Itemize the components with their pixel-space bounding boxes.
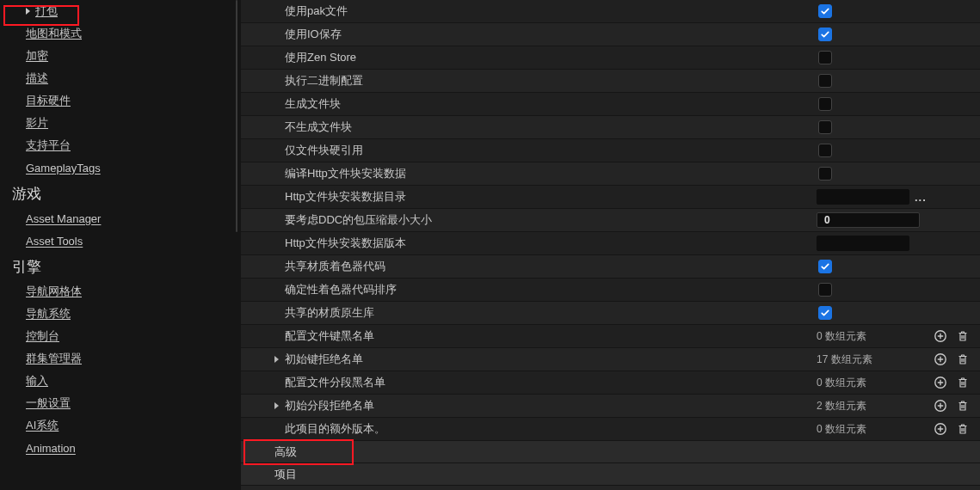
sidebar-item[interactable]: Asset Tools <box>0 230 241 252</box>
settings-row: 仅文件块硬引用 <box>241 139 980 162</box>
sidebar-item[interactable]: 加密 <box>0 45 241 67</box>
sidebar-item[interactable]: 输入 <box>0 370 241 392</box>
sidebar-scrollbar-thumb[interactable] <box>236 0 237 232</box>
checkbox[interactable] <box>818 144 832 157</box>
settings-row-control: 17 数组元素 <box>817 352 970 367</box>
settings-row-control: 0 数组元素 <box>817 329 970 344</box>
sidebar-item-label: 描述 <box>26 70 48 86</box>
checkbox[interactable] <box>818 97 832 111</box>
settings-row: Http文件块安装数据目录... <box>241 186 980 209</box>
sidebar-item[interactable]: GameplayTags <box>0 156 241 179</box>
settings-row-control <box>817 260 970 273</box>
expand-arrow-icon[interactable] <box>271 356 281 363</box>
browse-button[interactable]: ... <box>915 191 927 204</box>
settings-row-control <box>817 144 970 157</box>
settings-row-control <box>817 74 970 88</box>
checkbox[interactable] <box>818 74 832 88</box>
checkbox[interactable] <box>818 260 832 273</box>
add-element-icon[interactable] <box>934 352 947 366</box>
sidebar-item-label: AI系统 <box>26 418 59 433</box>
settings-row-label: 执行二进制配置 <box>285 73 363 89</box>
clear-array-icon[interactable] <box>956 352 970 366</box>
settings-row-control <box>817 236 970 251</box>
checkbox[interactable] <box>818 283 832 297</box>
sidebar-item-label: Animation <box>26 442 76 455</box>
settings-row-label: 初始分段拒绝名单 <box>285 398 374 413</box>
sidebar-item[interactable]: 地图和模式 <box>0 22 241 45</box>
settings-row: 要考虑DDC的包压缩最小大小0 <box>241 209 980 232</box>
settings-row-label: Http文件块安装数据版本 <box>285 236 406 251</box>
settings-row: 初始键拒绝名单17 数组元素 <box>241 348 980 371</box>
checkbox[interactable] <box>818 28 832 41</box>
clear-array-icon[interactable] <box>956 376 970 389</box>
sidebar-item[interactable]: 一般设置 <box>0 392 241 414</box>
sidebar-item-label: 输入 <box>26 373 48 389</box>
sidebar-item-label: 控制台 <box>26 328 59 344</box>
settings-row: 编译Http文件块安装数据 <box>241 162 980 186</box>
sidebar-item-label: 群集管理器 <box>26 351 82 366</box>
settings-row-control: 0 数组元素 <box>817 376 970 390</box>
settings-row-control <box>817 167 970 181</box>
settings-row: 配置文件分段黑名单0 数组元素 <box>241 371 980 395</box>
settings-row: 使用pak文件 <box>241 0 980 23</box>
sidebar-item[interactable]: 导航网格体 <box>0 280 241 303</box>
settings-row-label: 使用Zen Store <box>285 50 356 65</box>
add-element-icon[interactable] <box>934 329 947 343</box>
sidebar-item[interactable]: 打包 <box>0 0 241 22</box>
settings-row-label: 配置文件分段黑名单 <box>285 375 385 390</box>
sidebar-category: 引擎 <box>0 252 241 280</box>
checkbox[interactable] <box>818 51 832 64</box>
sidebar-item[interactable]: Asset Manager <box>0 207 241 230</box>
expand-arrow-icon <box>26 8 30 15</box>
sidebar-item[interactable]: 影片 <box>0 112 241 134</box>
settings-row-control: ... <box>817 189 970 205</box>
sidebar-item-label: 导航系统 <box>26 306 71 322</box>
sidebar-item[interactable]: 导航系统 <box>0 303 241 325</box>
settings-row: Http文件块安装数据版本 <box>241 232 980 255</box>
settings-row-label: Http文件块安装数据目录 <box>285 189 406 205</box>
settings-row-label: 使用pak文件 <box>285 3 348 19</box>
sidebar-item[interactable]: Animation <box>0 437 241 459</box>
settings-row-label: 仅文件块硬引用 <box>285 143 363 158</box>
sidebar-item-label: 打包 <box>35 3 58 19</box>
settings-row: 使用IO保存 <box>241 23 980 46</box>
checkbox[interactable] <box>818 306 832 320</box>
settings-row-label: 要考虑DDC的包压缩最小大小 <box>285 212 432 228</box>
settings-row: 使用Zen Store <box>241 46 980 70</box>
sidebar-item[interactable]: 支持平台 <box>0 134 241 156</box>
settings-row-control <box>817 4 970 18</box>
sidebar: 打包地图和模式加密描述目标硬件影片支持平台GameplayTags游戏Asset… <box>0 0 241 490</box>
section-header[interactable]: 项目 <box>241 463 980 486</box>
sidebar-item[interactable]: AI系统 <box>0 414 241 437</box>
clear-array-icon[interactable] <box>956 399 970 413</box>
section-header[interactable]: 高级 <box>241 441 980 463</box>
add-element-icon[interactable] <box>934 399 947 413</box>
sidebar-item-label: 地图和模式 <box>26 26 82 41</box>
sidebar-item[interactable]: 描述 <box>0 67 241 89</box>
checkbox[interactable] <box>818 167 832 181</box>
settings-row-label: 编译Http文件块安装数据 <box>285 166 406 181</box>
sidebar-item[interactable]: 目标硬件 <box>0 89 241 112</box>
settings-row-label: 生成文件块 <box>285 96 341 112</box>
sidebar-item-label: 支持平台 <box>26 138 71 153</box>
settings-row-label: 配置文件键黑名单 <box>285 328 374 344</box>
settings-row-control <box>817 283 970 297</box>
text-input[interactable] <box>817 189 909 205</box>
checkbox[interactable] <box>818 120 832 134</box>
expand-arrow-icon[interactable] <box>271 402 281 409</box>
settings-row-control <box>817 120 970 134</box>
settings-row-control <box>817 28 970 41</box>
settings-row-control: 2 数组元素 <box>817 399 970 413</box>
settings-row-control <box>817 51 970 64</box>
add-element-icon[interactable] <box>934 422 947 436</box>
text-input[interactable] <box>817 236 909 251</box>
sidebar-item[interactable]: 控制台 <box>0 325 241 347</box>
sidebar-item-label: Asset Tools <box>26 235 83 248</box>
clear-array-icon[interactable] <box>956 329 970 343</box>
number-input[interactable]: 0 <box>817 212 920 228</box>
clear-array-icon[interactable] <box>956 422 970 436</box>
sidebar-item[interactable]: 群集管理器 <box>0 347 241 370</box>
settings-row: 共享的材质原生库 <box>241 302 980 325</box>
add-element-icon[interactable] <box>934 376 947 389</box>
checkbox[interactable] <box>818 4 832 18</box>
